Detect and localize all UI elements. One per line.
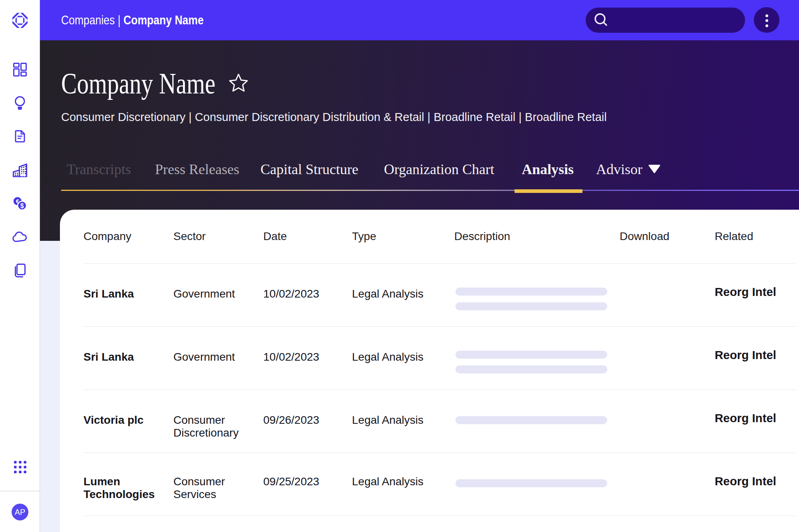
svg-text:$: $ xyxy=(20,202,24,209)
